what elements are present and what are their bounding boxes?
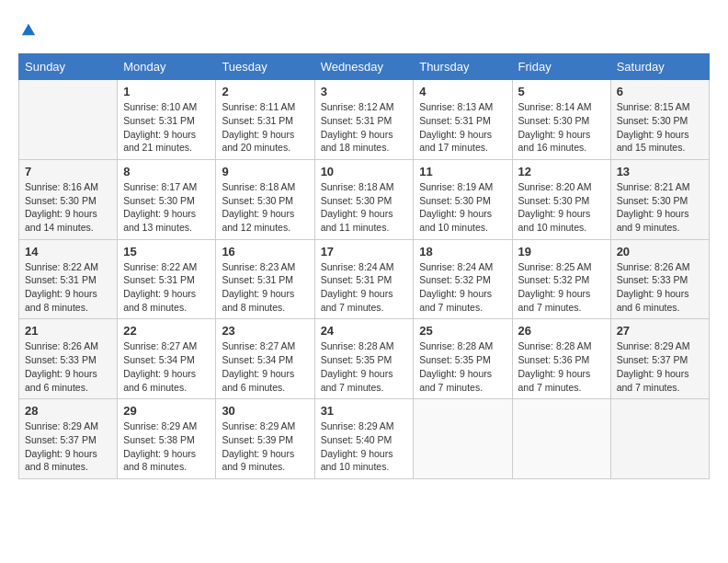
cell-sun-info: Sunrise: 8:11 AMSunset: 5:31 PMDaylight:… (222, 100, 308, 155)
calendar-cell: 25Sunrise: 8:28 AMSunset: 5:35 PMDayligh… (414, 319, 512, 399)
day-number: 10 (321, 165, 408, 178)
calendar-cell (512, 399, 610, 479)
cell-sun-info: Sunrise: 8:29 AMSunset: 5:37 PMDaylight:… (617, 339, 703, 394)
cell-sun-info: Sunrise: 8:27 AMSunset: 5:34 PMDaylight:… (222, 339, 308, 394)
calendar-cell: 13Sunrise: 8:21 AMSunset: 5:30 PMDayligh… (610, 159, 709, 239)
svg-marker-0 (22, 24, 35, 36)
cell-sun-info: Sunrise: 8:28 AMSunset: 5:35 PMDaylight:… (419, 339, 506, 394)
calendar-header-row: SundayMondayTuesdayWednesdayThursdayFrid… (19, 54, 710, 80)
calendar-cell: 10Sunrise: 8:18 AMSunset: 5:30 PMDayligh… (314, 159, 414, 239)
cell-sun-info: Sunrise: 8:17 AMSunset: 5:30 PMDaylight:… (123, 180, 210, 235)
calendar-week-3: 14Sunrise: 8:22 AMSunset: 5:31 PMDayligh… (19, 239, 710, 319)
calendar-cell: 29Sunrise: 8:29 AMSunset: 5:38 PMDayligh… (118, 399, 216, 479)
day-number: 19 (518, 245, 605, 259)
calendar-week-5: 28Sunrise: 8:29 AMSunset: 5:37 PMDayligh… (19, 399, 710, 479)
day-number: 7 (25, 165, 111, 178)
cell-sun-info: Sunrise: 8:27 AMSunset: 5:34 PMDaylight:… (123, 339, 210, 394)
calendar-cell: 19Sunrise: 8:25 AMSunset: 5:32 PMDayligh… (512, 239, 610, 319)
day-number: 24 (321, 324, 408, 338)
calendar-cell: 6Sunrise: 8:15 AMSunset: 5:30 PMDaylight… (610, 80, 709, 160)
calendar-cell: 23Sunrise: 8:27 AMSunset: 5:34 PMDayligh… (216, 319, 314, 399)
day-number: 1 (123, 85, 210, 98)
calendar-cell: 26Sunrise: 8:28 AMSunset: 5:36 PMDayligh… (512, 319, 610, 399)
calendar-week-1: 1Sunrise: 8:10 AMSunset: 5:31 PMDaylight… (19, 80, 710, 160)
page-header (18, 18, 710, 39)
calendar-cell: 15Sunrise: 8:22 AMSunset: 5:31 PMDayligh… (118, 239, 216, 319)
day-number: 15 (123, 245, 210, 259)
day-number: 29 (123, 404, 210, 418)
cell-sun-info: Sunrise: 8:24 AMSunset: 5:31 PMDaylight:… (321, 260, 408, 315)
day-number: 5 (518, 85, 605, 98)
weekday-header-sunday: Sunday (19, 54, 118, 80)
calendar-cell (19, 80, 118, 160)
cell-sun-info: Sunrise: 8:10 AMSunset: 5:31 PMDaylight:… (123, 100, 210, 155)
calendar-cell: 30Sunrise: 8:29 AMSunset: 5:39 PMDayligh… (216, 399, 314, 479)
day-number: 25 (419, 324, 506, 338)
calendar-cell: 28Sunrise: 8:29 AMSunset: 5:37 PMDayligh… (19, 399, 118, 479)
calendar-cell: 22Sunrise: 8:27 AMSunset: 5:34 PMDayligh… (118, 319, 216, 399)
calendar-table: SundayMondayTuesdayWednesdayThursdayFrid… (18, 53, 710, 479)
cell-sun-info: Sunrise: 8:13 AMSunset: 5:31 PMDaylight:… (419, 100, 506, 155)
logo-text (18, 18, 37, 40)
calendar-cell: 16Sunrise: 8:23 AMSunset: 5:31 PMDayligh… (216, 239, 314, 319)
weekday-header-saturday: Saturday (610, 54, 709, 80)
cell-sun-info: Sunrise: 8:29 AMSunset: 5:39 PMDaylight:… (222, 419, 308, 474)
cell-sun-info: Sunrise: 8:14 AMSunset: 5:30 PMDaylight:… (518, 100, 605, 155)
calendar-cell: 9Sunrise: 8:18 AMSunset: 5:30 PMDaylight… (216, 159, 314, 239)
weekday-header-thursday: Thursday (414, 54, 512, 80)
calendar-cell (414, 399, 512, 479)
logo-icon (20, 21, 37, 38)
day-number: 9 (222, 165, 308, 178)
cell-sun-info: Sunrise: 8:12 AMSunset: 5:31 PMDaylight:… (321, 100, 408, 155)
cell-sun-info: Sunrise: 8:22 AMSunset: 5:31 PMDaylight:… (25, 260, 111, 315)
day-number: 21 (25, 324, 111, 338)
day-number: 26 (518, 324, 605, 338)
calendar-week-2: 7Sunrise: 8:16 AMSunset: 5:30 PMDaylight… (19, 159, 710, 239)
cell-sun-info: Sunrise: 8:29 AMSunset: 5:37 PMDaylight:… (25, 419, 111, 474)
calendar-cell: 12Sunrise: 8:20 AMSunset: 5:30 PMDayligh… (512, 159, 610, 239)
calendar-body: 1Sunrise: 8:10 AMSunset: 5:31 PMDaylight… (19, 80, 710, 479)
calendar-cell: 1Sunrise: 8:10 AMSunset: 5:31 PMDaylight… (118, 80, 216, 160)
calendar-cell: 14Sunrise: 8:22 AMSunset: 5:31 PMDayligh… (19, 239, 118, 319)
calendar-cell: 18Sunrise: 8:24 AMSunset: 5:32 PMDayligh… (414, 239, 512, 319)
calendar-cell: 31Sunrise: 8:29 AMSunset: 5:40 PMDayligh… (314, 399, 414, 479)
day-number: 22 (123, 324, 210, 338)
day-number: 16 (222, 245, 308, 259)
day-number: 3 (321, 85, 408, 98)
weekday-header-monday: Monday (118, 54, 216, 80)
cell-sun-info: Sunrise: 8:28 AMSunset: 5:35 PMDaylight:… (321, 339, 408, 394)
day-number: 20 (617, 245, 703, 259)
cell-sun-info: Sunrise: 8:29 AMSunset: 5:40 PMDaylight:… (321, 419, 408, 474)
cell-sun-info: Sunrise: 8:26 AMSunset: 5:33 PMDaylight:… (617, 260, 703, 315)
calendar-cell: 24Sunrise: 8:28 AMSunset: 5:35 PMDayligh… (314, 319, 414, 399)
day-number: 6 (617, 85, 703, 98)
cell-sun-info: Sunrise: 8:23 AMSunset: 5:31 PMDaylight:… (222, 260, 308, 315)
day-number: 14 (25, 245, 111, 259)
calendar-cell: 5Sunrise: 8:14 AMSunset: 5:30 PMDaylight… (512, 80, 610, 160)
calendar-cell: 20Sunrise: 8:26 AMSunset: 5:33 PMDayligh… (610, 239, 709, 319)
cell-sun-info: Sunrise: 8:19 AMSunset: 5:30 PMDaylight:… (419, 180, 506, 235)
calendar-cell: 2Sunrise: 8:11 AMSunset: 5:31 PMDaylight… (216, 80, 314, 160)
day-number: 17 (321, 245, 408, 259)
day-number: 4 (419, 85, 506, 98)
calendar-cell: 21Sunrise: 8:26 AMSunset: 5:33 PMDayligh… (19, 319, 118, 399)
calendar-cell: 17Sunrise: 8:24 AMSunset: 5:31 PMDayligh… (314, 239, 414, 319)
cell-sun-info: Sunrise: 8:18 AMSunset: 5:30 PMDaylight:… (222, 180, 308, 235)
cell-sun-info: Sunrise: 8:28 AMSunset: 5:36 PMDaylight:… (518, 339, 605, 394)
day-number: 28 (25, 404, 111, 418)
day-number: 8 (123, 165, 210, 178)
calendar-cell: 11Sunrise: 8:19 AMSunset: 5:30 PMDayligh… (414, 159, 512, 239)
weekday-header-wednesday: Wednesday (314, 54, 414, 80)
cell-sun-info: Sunrise: 8:22 AMSunset: 5:31 PMDaylight:… (123, 260, 210, 315)
cell-sun-info: Sunrise: 8:21 AMSunset: 5:30 PMDaylight:… (617, 180, 703, 235)
day-number: 27 (617, 324, 703, 338)
day-number: 13 (617, 165, 703, 178)
calendar-cell: 7Sunrise: 8:16 AMSunset: 5:30 PMDaylight… (19, 159, 118, 239)
cell-sun-info: Sunrise: 8:25 AMSunset: 5:32 PMDaylight:… (518, 260, 605, 315)
cell-sun-info: Sunrise: 8:24 AMSunset: 5:32 PMDaylight:… (419, 260, 506, 315)
day-number: 11 (419, 165, 506, 178)
cell-sun-info: Sunrise: 8:15 AMSunset: 5:30 PMDaylight:… (617, 100, 703, 155)
calendar-cell: 27Sunrise: 8:29 AMSunset: 5:37 PMDayligh… (610, 319, 709, 399)
day-number: 31 (321, 404, 408, 418)
calendar-cell: 4Sunrise: 8:13 AMSunset: 5:31 PMDaylight… (414, 80, 512, 160)
